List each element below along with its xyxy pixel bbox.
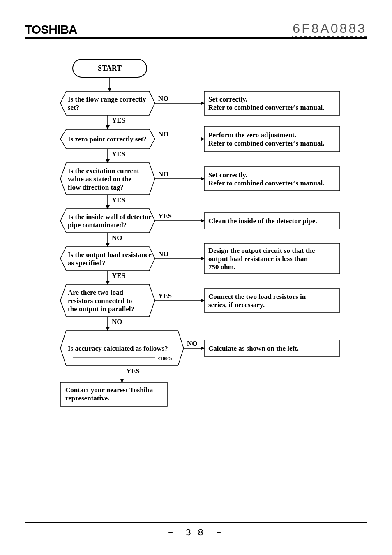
document-number: 6F8A0883 <box>292 21 367 37</box>
svg-rect-14 <box>204 126 340 152</box>
svg-text:NO: NO <box>187 340 198 347</box>
svg-text:Is the excitation current: Is the excitation current <box>68 167 139 175</box>
svg-text:Refer to combined converter's : Refer to combined converter's manual. <box>208 139 325 147</box>
svg-text:value as stated on the: value as stated on the <box>68 175 131 183</box>
page-number: － ３８ － <box>0 526 392 539</box>
svg-text:YES: YES <box>158 212 172 220</box>
svg-text:NO: NO <box>158 130 169 138</box>
svg-text:750 ohm.: 750 ohm. <box>208 263 235 271</box>
svg-text:Connect the two load resistors: Connect the two load resistors in <box>208 293 306 301</box>
svg-text:series, if necessary.: series, if necessary. <box>208 301 265 309</box>
svg-text:Set correctly.: Set correctly. <box>208 95 247 103</box>
svg-text:NO: NO <box>112 234 122 242</box>
svg-text:Perform the zero adjustment.: Perform the zero adjustment. <box>208 131 296 139</box>
svg-text:Is the flow range correctly: Is the flow range correctly <box>68 95 146 103</box>
svg-text:representative.: representative. <box>65 394 109 402</box>
svg-text:START: START <box>98 64 122 72</box>
svg-text:Design the output circuit so t: Design the output circuit so that the <box>208 247 315 254</box>
svg-text:Calculate as shown on the left: Calculate as shown on the left. <box>208 345 299 352</box>
svg-rect-52 <box>204 289 340 312</box>
svg-text:YES: YES <box>112 272 125 280</box>
svg-text:output load resistance is less: output load resistance is less than <box>208 255 308 263</box>
svg-text:Is accuracy calculated as foll: Is accuracy calculated as follows? <box>68 345 168 352</box>
svg-text:the output in parallel?: the output in parallel? <box>68 305 134 313</box>
svg-text:Is the inside wall of detector: Is the inside wall of detector <box>68 213 152 221</box>
svg-text:×100%: ×100% <box>157 356 173 361</box>
svg-text:YES: YES <box>126 367 140 375</box>
page-header: TOSHIBA 6F8A0883 <box>25 21 367 39</box>
svg-text:YES: YES <box>112 196 125 204</box>
brand-logo: TOSHIBA <box>25 23 77 37</box>
svg-text:NO: NO <box>158 250 169 258</box>
svg-text:YES: YES <box>112 116 125 124</box>
svg-text:pipe contaminated?: pipe contaminated? <box>68 221 127 229</box>
svg-text:NO: NO <box>158 95 169 102</box>
svg-text:Is the output load resistance: Is the output load resistance <box>68 251 152 259</box>
svg-text:Refer to combined converter's : Refer to combined converter's manual. <box>208 104 325 111</box>
svg-text:YES: YES <box>112 150 125 158</box>
svg-text:NO: NO <box>158 170 169 178</box>
svg-rect-6 <box>204 91 340 115</box>
svg-text:Are there two load: Are there two load <box>68 289 123 296</box>
svg-text:NO: NO <box>112 318 122 326</box>
svg-rect-24 <box>204 167 340 191</box>
svg-text:Is zero point correctly set?: Is zero point correctly set? <box>68 135 147 143</box>
svg-text:YES: YES <box>158 292 172 300</box>
svg-text:Contact your nearest Toshiba: Contact your nearest Toshiba <box>65 386 153 394</box>
svg-text:flow direction tag?: flow direction tag? <box>68 183 124 191</box>
svg-text:Set correctly.: Set correctly. <box>208 171 247 179</box>
svg-text:resistors connected to: resistors connected to <box>68 297 132 305</box>
footer-rule <box>25 522 367 523</box>
svg-text:set?: set? <box>68 104 79 111</box>
svg-text:as specified?: as specified? <box>68 259 105 267</box>
svg-text:Clean the inside of the detect: Clean the inside of the detector pipe. <box>208 217 317 225</box>
svg-text:Refer to combined converter's : Refer to combined converter's manual. <box>208 179 325 187</box>
flowchart-diagram: STARTIs the flow range correctlyset?NOSe… <box>40 55 352 491</box>
